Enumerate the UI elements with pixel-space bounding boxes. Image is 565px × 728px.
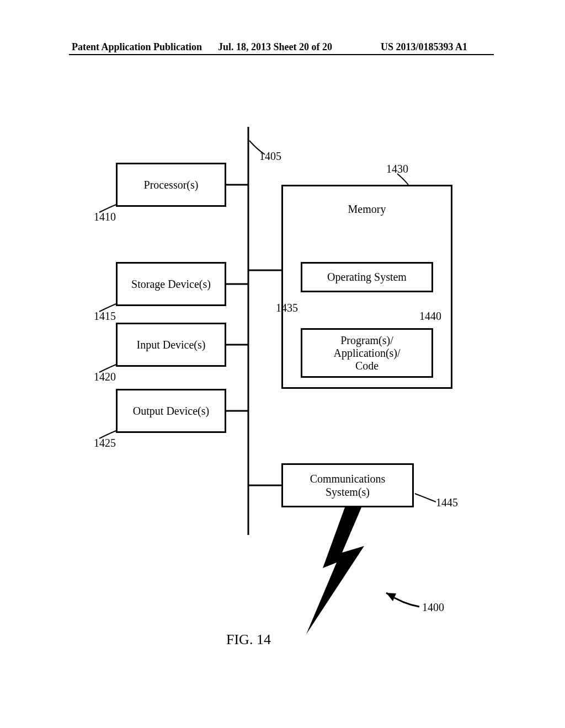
ref-storage: 1415 <box>94 310 116 323</box>
storage-box: Storage Device(s) <box>116 262 226 306</box>
ref-comm: 1445 <box>436 496 458 509</box>
processor-label: Processor(s) <box>144 179 199 191</box>
header-rule <box>69 54 494 55</box>
output-box: Output Device(s) <box>116 389 226 433</box>
apps-box: Program(s)/ Application(s)/ Code <box>301 328 433 378</box>
input-box: Input Device(s) <box>116 323 226 367</box>
ref-figure: 1400 <box>422 601 444 614</box>
apps-label: Program(s)/ Application(s)/ Code <box>333 334 400 372</box>
comm-label: Communications System(s) <box>310 472 386 499</box>
output-label: Output Device(s) <box>133 405 209 417</box>
comm-box: Communications System(s) <box>281 463 414 507</box>
os-label: Operating System <box>327 271 407 283</box>
ref-apps: 1440 <box>419 310 441 323</box>
svg-marker-7 <box>306 507 364 634</box>
ref-processor: 1410 <box>94 211 116 223</box>
svg-marker-8 <box>386 593 396 601</box>
figure-diagram: Processor(s) Storage Device(s) Input Dev… <box>0 110 565 662</box>
header-center: Jul. 18, 2013 Sheet 20 of 20 <box>218 41 332 53</box>
header-right: US 2013/0185393 A1 <box>381 41 467 53</box>
ref-memory: 1430 <box>386 163 408 175</box>
ref-os: 1435 <box>276 302 298 314</box>
processor-box: Processor(s) <box>116 163 226 207</box>
header-left: Patent Application Publication <box>72 41 202 53</box>
storage-label: Storage Device(s) <box>131 278 211 291</box>
ref-input: 1420 <box>94 371 116 383</box>
ref-bus: 1405 <box>259 150 281 163</box>
input-label: Input Device(s) <box>137 339 206 351</box>
os-box: Operating System <box>301 262 433 292</box>
figure-caption: FIG. 14 <box>226 631 271 648</box>
ref-output: 1425 <box>94 437 116 449</box>
memory-label: Memory <box>348 203 386 216</box>
